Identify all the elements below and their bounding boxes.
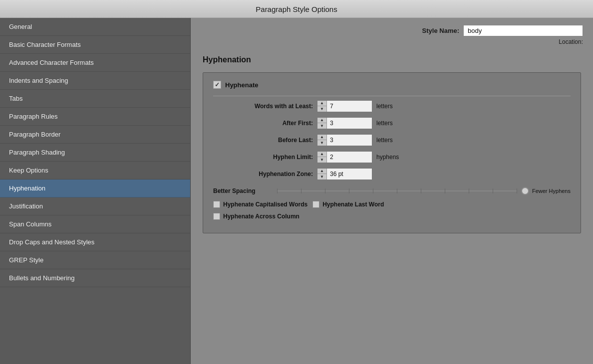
sidebar-item-hyphenation[interactable]: Hyphenation <box>0 180 190 197</box>
words-at-least-unit: letters <box>376 103 393 110</box>
before-last-spinner: ▲ ▼ <box>317 134 372 146</box>
hyphen-limit-arrows: ▲ ▼ <box>317 152 327 163</box>
tick-4 <box>349 188 349 193</box>
hyphenate-last-word-label: Hyphenate Last Word <box>322 201 384 208</box>
before-last-row: Before Last: ▲ ▼ letters <box>213 134 571 146</box>
hyphenation-zone-row: Hyphenation Zone: ▲ ▼ <box>213 168 571 180</box>
hyphenation-zone-arrows: ▲ ▼ <box>317 169 327 180</box>
hyphenation-zone-input[interactable] <box>327 169 372 180</box>
words-at-least-input[interactable] <box>327 101 372 112</box>
words-at-least-arrows: ▲ ▼ <box>317 101 327 112</box>
style-name-input[interactable] <box>463 25 583 36</box>
hyphen-limit-spinner: ▲ ▼ <box>317 151 372 163</box>
after-first-arrows: ▲ ▼ <box>317 118 327 129</box>
sidebar-item-justification[interactable]: Justification <box>0 197 190 215</box>
style-name-row: Style Name: <box>191 18 593 38</box>
checkbox-row-2: Hyphenate Across Column <box>213 213 571 220</box>
words-at-least-label: Words with at Least: <box>213 103 313 110</box>
hyphen-limit-up[interactable]: ▲ <box>317 152 326 157</box>
tick-5 <box>373 188 373 193</box>
sidebar-item-paragraph-border[interactable]: Paragraph Border <box>0 126 190 144</box>
hyphenation-box: Hyphenate Words with at Least: ▲ ▼ lette… <box>203 72 581 233</box>
hyphenate-cap-words-item: Hyphenate Capitalised Words <box>213 201 307 208</box>
sidebar-item-indents-and-spacing[interactable]: Indents and Spacing <box>0 72 190 90</box>
spacing-slider-container <box>277 190 517 191</box>
radio-inner <box>524 189 527 192</box>
right-panel: Style Name: Location: Hyphenation Hyphen… <box>191 18 593 364</box>
sidebar-item-tabs[interactable]: Tabs <box>0 90 190 108</box>
main-content: GeneralBasic Character FormatsAdvanced C… <box>0 18 593 364</box>
hyphenation-zone-label: Hyphenation Zone: <box>213 171 313 178</box>
sidebar-item-paragraph-shading[interactable]: Paragraph Shading <box>0 144 190 162</box>
tick-marks <box>277 188 517 193</box>
tick-11 <box>517 188 517 193</box>
title-text: Paragraph Style Options <box>256 5 337 13</box>
hyphenate-last-word-item: Hyphenate Last Word <box>312 201 384 208</box>
hyphenate-cap-words-label: Hyphenate Capitalised Words <box>223 201 307 208</box>
hyphenate-across-col-label: Hyphenate Across Column <box>223 213 299 220</box>
tick-9 <box>469 188 469 193</box>
before-last-arrows: ▲ ▼ <box>317 135 327 146</box>
sidebar-item-grep-style[interactable]: GREP Style <box>0 251 190 269</box>
fewer-hyphens-label: Fewer Hyphens <box>532 188 571 194</box>
before-last-unit: letters <box>376 137 393 144</box>
spacing-slider-track[interactable] <box>277 190 517 191</box>
hyphenate-across-col-checkbox[interactable] <box>213 213 220 220</box>
hyphenation-zone-down[interactable]: ▼ <box>317 174 326 180</box>
fewer-hyphens-radio[interactable] <box>521 187 529 195</box>
tick-7 <box>421 188 421 193</box>
after-first-label: After First: <box>213 120 313 127</box>
before-last-down[interactable]: ▼ <box>317 140 326 146</box>
sidebar-item-general[interactable]: General <box>0 18 190 36</box>
before-last-input[interactable] <box>327 135 372 146</box>
before-last-up[interactable]: ▲ <box>317 135 326 140</box>
words-at-least-row: Words with at Least: ▲ ▼ letters <box>213 100 571 112</box>
hyphenation-zone-spinner: ▲ ▼ <box>317 168 372 180</box>
location-row: Location: <box>191 38 593 49</box>
hyphen-limit-row: Hyphen Limit: ▲ ▼ hyphens <box>213 151 571 163</box>
after-first-row: After First: ▲ ▼ letters <box>213 117 571 129</box>
words-at-least-spinner: ▲ ▼ <box>317 100 372 112</box>
hyphenate-across-col-item: Hyphenate Across Column <box>213 213 299 220</box>
tick-2 <box>301 188 301 193</box>
after-first-down[interactable]: ▼ <box>317 123 326 129</box>
hyphenate-last-word-checkbox[interactable] <box>312 201 319 208</box>
hyphen-limit-input[interactable] <box>327 152 372 163</box>
sidebar-item-span-columns[interactable]: Span Columns <box>0 215 190 233</box>
hyphen-limit-unit: hyphens <box>376 154 399 161</box>
after-first-unit: letters <box>376 120 393 127</box>
hyphen-limit-down[interactable]: ▼ <box>317 157 326 163</box>
title-bar: Paragraph Style Options <box>0 0 593 18</box>
tick-1 <box>277 188 278 193</box>
sidebar-item-bullets-and-numbering[interactable]: Bullets and Numbering <box>0 269 190 287</box>
hyphenate-row: Hyphenate <box>213 81 571 89</box>
style-name-label: Style Name: <box>422 27 459 34</box>
words-at-least-down[interactable]: ▼ <box>317 106 326 112</box>
tick-10 <box>493 188 493 193</box>
after-first-spinner: ▲ ▼ <box>317 117 372 129</box>
spacing-row: Better Spacing <box>213 187 571 195</box>
fewer-hyphens-group: Fewer Hyphens <box>521 187 571 195</box>
tick-6 <box>397 188 397 193</box>
sidebar-item-basic-character-formats[interactable]: Basic Character Formats <box>0 36 190 54</box>
sidebar-item-advanced-character-formats[interactable]: Advanced Character Formats <box>0 54 190 72</box>
after-first-input[interactable] <box>327 118 372 129</box>
section-title: Hyphenation <box>203 55 581 64</box>
sidebar-item-paragraph-rules[interactable]: Paragraph Rules <box>0 108 190 126</box>
checkbox-row-1: Hyphenate Capitalised Words Hyphenate La… <box>213 201 571 208</box>
after-first-up[interactable]: ▲ <box>317 118 326 123</box>
tick-8 <box>445 188 445 193</box>
hyphen-limit-label: Hyphen Limit: <box>213 154 313 161</box>
hyphenation-zone-up[interactable]: ▲ <box>317 169 326 174</box>
better-spacing-label: Better Spacing <box>213 187 273 194</box>
words-at-least-up[interactable]: ▲ <box>317 101 326 106</box>
hyphenate-cap-words-checkbox[interactable] <box>213 201 220 208</box>
sidebar-item-drop-caps-and-nested-styles[interactable]: Drop Caps and Nested Styles <box>0 233 190 251</box>
location-label: Location: <box>559 38 583 45</box>
hyphenate-checkbox[interactable] <box>213 81 221 89</box>
sidebar-item-keep-options[interactable]: Keep Options <box>0 162 190 180</box>
content-area: Hyphenation Hyphenate Words with at Leas… <box>191 49 593 364</box>
divider <box>213 96 571 96</box>
sidebar: GeneralBasic Character FormatsAdvanced C… <box>0 18 191 364</box>
hyphenate-label: Hyphenate <box>225 81 258 89</box>
